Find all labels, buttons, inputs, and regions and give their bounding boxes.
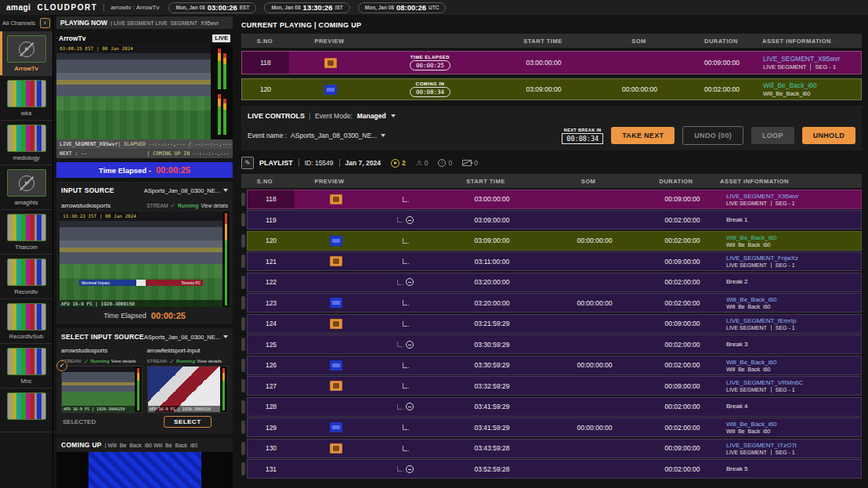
channel-thumbnail[interactable] (7, 169, 46, 197)
asset-title-link[interactable]: LIVE_SEGMENT_ITzO7t (726, 442, 861, 449)
preview-thumb-icon[interactable] (330, 443, 342, 454)
playlist-row[interactable]: 128 03:41:59:29 00:02:00:00 Break 4 (247, 397, 862, 417)
playlist-row[interactable]: 131 03:52:59:28 00:02:00:00 Break 5 (247, 459, 862, 479)
asset-title-link[interactable]: LIVE_SEGMENT_fEmrIp (726, 317, 861, 324)
view-details-link[interactable]: View details (201, 203, 228, 208)
edit-playlist-button[interactable]: ✎ (241, 157, 254, 169)
asset-title-link[interactable]: Will_Be_Back_i60 (726, 296, 861, 303)
channel-thumbnail[interactable] (7, 80, 46, 107)
channel-thumbnail[interactable] (7, 258, 46, 286)
row-drag-handle[interactable] (241, 255, 245, 268)
preview-thumb-icon[interactable] (324, 58, 337, 68)
channel-thumbnail[interactable] (7, 125, 46, 152)
row-drag-handle[interactable] (241, 400, 245, 414)
row-drag-handle[interactable] (241, 359, 245, 372)
preview-thumb-icon[interactable] (330, 298, 342, 308)
asset-title-link[interactable]: Break 4 (726, 403, 861, 410)
option-thumbnail[interactable]: ✓ AFD 16-9 FS | 1920-3000150 (61, 366, 143, 413)
channel-thumbnail[interactable] (7, 392, 46, 420)
asset-title-link[interactable]: Will_Be_Back_i60 (763, 81, 861, 89)
current-playing-row[interactable]: 118 TIME ELAPSED 00:00:25 03:00:00:00 00… (241, 51, 862, 74)
playlist-row[interactable]: 123 03:20:00:00 00:00:00:00 00:02:00:00 … (247, 293, 862, 313)
preview-thumb-icon[interactable] (324, 85, 337, 95)
channel-thumbnail[interactable] (7, 303, 46, 331)
row-drag-handle[interactable] (241, 462, 245, 475)
channel-thumbnail[interactable] (7, 35, 46, 63)
playlist-row[interactable]: 120 03:09:00:00 00:00:00:00 00:02:00:00 … (247, 231, 862, 251)
option-thumbnail[interactable]: AFD 16-9 FS | 1920-3000150 (147, 366, 229, 413)
coming-up-preview[interactable] (56, 452, 233, 488)
row-drag-handle[interactable] (241, 193, 245, 206)
warnings-counter[interactable]: ⚠ 0 (416, 159, 429, 167)
asset-title-link[interactable]: LIVE_SEGMENT_X95wvr (763, 55, 861, 63)
view-details-link[interactable]: View details (197, 359, 222, 363)
sidebar-channel-item[interactable]: Recordtv (0, 255, 52, 299)
playlist-row[interactable]: 121 03:11:00:00 00:09:00:00 LIVE_SEGMENT… (247, 251, 862, 271)
unhold-button[interactable]: UNHOLD (802, 127, 855, 144)
playlist-row[interactable]: 119 03:09:00:00 00:02:00:00 Break 1 (247, 210, 862, 230)
sidebar-channel-item[interactable]: mediology (0, 121, 52, 165)
row-drag-handle[interactable] (241, 276, 245, 289)
preview-thumb-icon[interactable] (330, 319, 342, 329)
row-drag-handle[interactable] (241, 317, 245, 331)
playlist-row[interactable]: 122 03:20:00:00 00:02:00:00 Break 2 (247, 273, 862, 292)
row-drag-handle[interactable] (241, 296, 245, 309)
channel-thumbnail[interactable] (7, 348, 46, 375)
sidebar-channel-item[interactable]: Thaicom (0, 210, 52, 255)
alerts-counter[interactable]: ! 0 (438, 159, 452, 167)
sidebar-channel-item[interactable]: RecordtvSub (0, 299, 52, 344)
row-drag-handle[interactable] (241, 379, 245, 392)
row-drag-handle[interactable] (241, 442, 245, 455)
account-label[interactable]: arrowtv : ArrowTv (110, 4, 159, 11)
asset-title-link[interactable]: Will_Be_Back_i60 (726, 234, 861, 241)
row-drag-handle[interactable] (241, 338, 245, 351)
live-events-counter[interactable]: 2 (391, 159, 406, 168)
select-input-button[interactable]: SELECT (164, 416, 212, 428)
current-playing-row[interactable]: 120 COMING IN 00:08:34 03:09:00:00 00:00… (241, 78, 862, 100)
channel-thumbnail[interactable] (7, 214, 46, 241)
row-drag-handle[interactable] (241, 213, 245, 226)
asset-title-link[interactable]: LIVE_SEGMENT_X95wvr (726, 193, 861, 200)
select-input-dropdown[interactable]: ASports_Jan_08_0300_NE... (144, 334, 228, 341)
asset-title-link[interactable]: Will_Be_Back_i60 (726, 421, 861, 428)
event-name-dropdown[interactable]: Event name : ASports_Jan_08_0300_NE... (248, 132, 554, 139)
sidebar-channel-item[interactable]: ArrowTv (0, 31, 52, 76)
playlist-row[interactable]: 125 03:30:59:29 00:02:00:00 Break 3 (247, 334, 862, 354)
row-type-cell (377, 238, 433, 244)
collapse-sidebar-button[interactable]: ‹ (40, 18, 50, 28)
asset-title-link[interactable]: LIVE_SEGMENT_FnjwXz (726, 255, 861, 262)
input-source-preview[interactable]: 13:30:23 IST | 08 Jan 2024 Montreal Impa… (60, 211, 230, 307)
asset-title-link[interactable]: Break 3 (726, 341, 861, 348)
live-video-player[interactable]: 03:00:25 EST | 08 Jan 2024 (56, 44, 233, 139)
loop-button[interactable]: LOOP (751, 127, 794, 144)
preview-thumb-icon[interactable] (330, 194, 342, 204)
input-source-dropdown[interactable]: ASports_Jan_08_0300_NE... (144, 187, 228, 194)
media-missing-counter[interactable]: 0 (462, 159, 478, 167)
playlist-row[interactable]: 127 03:32:59:29 00:09:00:00 LIVE_SEGMENT… (247, 376, 862, 396)
asset-title-link[interactable]: Break 5 (726, 465, 861, 472)
sidebar-channel-item[interactable] (0, 389, 52, 432)
row-drag-handle[interactable] (241, 421, 245, 434)
playlist-row[interactable]: 130 03:43:59:28 00:09:00:00 LIVE_SEGMENT… (247, 439, 862, 458)
view-details-link[interactable]: View details (111, 359, 136, 363)
asset-title-link[interactable]: Will_Be_Back_i60 (726, 359, 861, 366)
undo-button[interactable]: UNDO (00) (682, 126, 743, 145)
event-mode-dropdown[interactable]: Managed (357, 112, 386, 120)
preview-thumb-icon[interactable] (330, 422, 342, 432)
asset-title-link[interactable]: Break 2 (726, 278, 861, 285)
preview-thumb-icon[interactable] (330, 381, 342, 391)
sidebar-channel-item[interactable]: Mnc (0, 344, 52, 389)
take-next-button[interactable]: TAKE NEXT (611, 127, 675, 144)
preview-thumb-icon[interactable] (330, 360, 342, 371)
preview-thumb-icon[interactable] (330, 236, 342, 246)
sidebar-channel-item[interactable]: wka (0, 76, 52, 121)
asset-title-link[interactable]: LIVE_SEGMENT_VRMn6C (726, 379, 861, 386)
playlist-row[interactable]: 129 03:41:59:29 00:00:00:00 00:02:00:00 … (247, 418, 862, 437)
playlist-row[interactable]: 124 03:21:59:29 00:09:00:00 LIVE_SEGMENT… (247, 314, 862, 334)
sidebar-channel-item[interactable]: amagihls (0, 165, 52, 210)
playlist-row[interactable]: 118 03:00:00:00 00:09:00:00 LIVE_SEGMENT… (247, 190, 862, 209)
asset-title-link[interactable]: Break 1 (726, 216, 861, 223)
row-drag-handle[interactable] (241, 234, 245, 248)
playlist-row[interactable]: 126 03:30:59:29 00:00:00:00 00:02:00:00 … (247, 356, 862, 375)
preview-thumb-icon[interactable] (330, 256, 342, 266)
